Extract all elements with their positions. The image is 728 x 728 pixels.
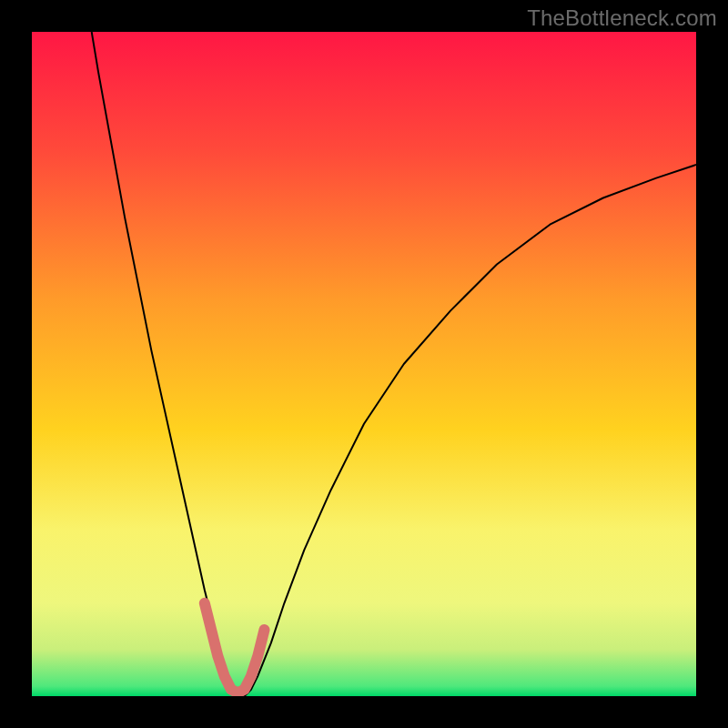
chart-frame: TheBottleneck.com bbox=[0, 0, 728, 728]
chart-svg bbox=[32, 32, 696, 696]
watermark-text: TheBottleneck.com bbox=[527, 5, 717, 31]
chart-background bbox=[32, 32, 696, 696]
chart-plot-area bbox=[32, 32, 696, 696]
